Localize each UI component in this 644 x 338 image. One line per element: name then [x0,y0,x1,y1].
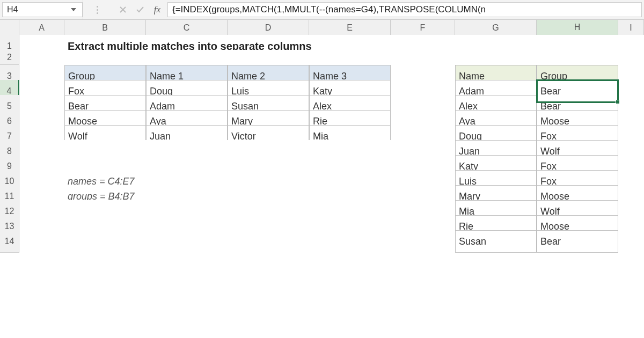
formula-bar-icons: fx [113,0,167,19]
formula-bar-divider [83,0,113,19]
cell-D2[interactable] [228,50,309,65]
col-header-C[interactable]: C [146,20,228,36]
cell-C2[interactable] [146,50,228,65]
cell-C14[interactable] [146,230,228,253]
col-header-D[interactable]: D [228,20,309,36]
col-header-E[interactable]: E [309,20,391,36]
cell-E14[interactable] [309,230,391,253]
formula-input[interactable]: {=INDEX(groups,MATCH(1,MMULT(--(names=G4… [167,2,642,17]
cell-I2[interactable] [618,50,644,65]
select-all-corner[interactable] [0,20,19,36]
cell-I14[interactable] [618,230,644,253]
cell-H2[interactable] [537,50,618,65]
cell-B14[interactable] [64,230,146,253]
fx-icon[interactable]: fx [152,5,162,14]
spreadsheet-grid[interactable]: A B C D E F G H I 1 Extract multiple mat… [0,20,644,245]
name-box[interactable]: H4 [2,2,83,17]
cell-D14[interactable] [228,230,309,253]
cell-A2[interactable] [19,50,64,65]
formula-bar: H4 fx {=INDEX(groups,MATCH(1,MMULT(--(na… [0,0,644,20]
col-header-H[interactable]: H [537,20,618,36]
cell-H4[interactable]: Bear [537,80,618,102]
col-header-A[interactable]: A [19,20,64,36]
cell-F2[interactable] [391,50,455,65]
cell-E2[interactable] [309,50,391,65]
cell-G14[interactable]: Susan [455,230,537,253]
row-header-2[interactable]: 2 [0,50,19,65]
cell-F14[interactable] [391,230,455,253]
cell-A14[interactable] [19,230,64,253]
cell-G2[interactable] [455,50,537,65]
col-header-B[interactable]: B [64,20,146,36]
name-box-value: H4 [7,5,69,14]
col-header-I[interactable]: I [618,20,644,36]
check-icon[interactable] [135,5,145,14]
col-header-F[interactable]: F [391,20,455,36]
chevron-down-icon[interactable] [69,5,78,14]
cancel-icon[interactable] [118,5,128,14]
cell-B2[interactable] [64,50,146,65]
col-header-G[interactable]: G [455,20,537,36]
cell-H14[interactable]: Bear [537,230,618,253]
formula-input-text: {=INDEX(groups,MATCH(1,MMULT(--(names=G4… [172,4,486,15]
fill-handle[interactable] [616,100,620,104]
row-header-14[interactable]: 14 [0,230,19,253]
